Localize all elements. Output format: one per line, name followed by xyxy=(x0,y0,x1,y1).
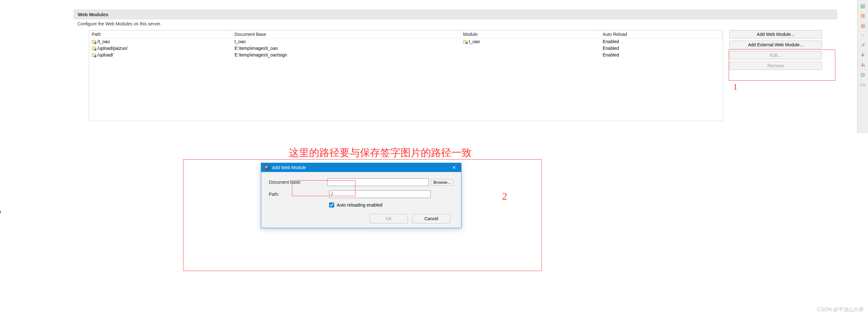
display-icon[interactable]: ▭ xyxy=(859,81,867,88)
document-base-input[interactable] xyxy=(327,178,429,186)
folder-icon xyxy=(92,53,96,57)
table-row[interactable]: /upload/paizuo/E:\temp\images\t_oaoEnabl… xyxy=(89,45,723,52)
ju-icon[interactable]: Jᵤ xyxy=(859,61,867,68)
outline-icon[interactable]: ▤ xyxy=(859,2,867,9)
add-web-module-button[interactable]: Add Web Module... xyxy=(729,30,822,38)
watermark: CSDN @平顶山大师 xyxy=(817,307,864,313)
tree-item[interactable]: va xyxy=(0,200,1,208)
tree-item[interactable]: n.java xyxy=(0,208,1,216)
auto-reloading-label: Auto reloading enabled xyxy=(337,202,382,208)
cell-docbase: E:\temp\images\t_oao xyxy=(235,46,278,51)
col-header-reload[interactable]: Auto Reload xyxy=(600,30,723,38)
section-description: Configure the Web Modules on this server… xyxy=(74,19,837,30)
folder-icon xyxy=(92,46,96,51)
document-base-label: Document base: xyxy=(269,180,327,185)
cell-path: /upload/paizuo/ xyxy=(97,46,128,51)
cell-docbase: t_oao xyxy=(235,39,246,44)
map-icon[interactable]: ⊞ xyxy=(859,12,867,19)
arrow-icon[interactable]: ↗ xyxy=(859,41,867,49)
col-header-module[interactable]: Module xyxy=(461,30,600,38)
table-row[interactable]: /upload/E:\temp\images\t_oao\signEnabled xyxy=(89,52,723,58)
dialog-title: Add Web Module xyxy=(272,165,306,170)
cancel-button[interactable]: Cancel xyxy=(412,214,451,223)
toolbox-icon[interactable]: ⊟ xyxy=(859,71,867,78)
cell-reload: Enabled xyxy=(603,52,619,57)
browse-button[interactable]: Browse... xyxy=(431,179,454,186)
remove-button[interactable]: Remove xyxy=(729,62,822,70)
annotation-number-1: 1 xyxy=(733,82,738,92)
cell-docbase: E:\temp\images\t_oao\sign xyxy=(235,52,287,57)
edit-button[interactable]: Edit... xyxy=(729,51,822,59)
project-tree-fragment: va n.java xyxy=(0,200,1,216)
ok-button[interactable]: OK xyxy=(370,214,408,223)
path-label: Path: xyxy=(269,192,329,197)
annotation-number-2: 2 xyxy=(502,190,507,202)
annotation-note: 这里的路径要与保存签字图片的路径一致 xyxy=(289,146,472,160)
table-row[interactable]: /t_oaot_oaot_oaoEnabled xyxy=(89,38,723,45)
cell-path: /upload/ xyxy=(97,52,113,57)
bug-icon[interactable]: ✳ xyxy=(859,51,867,59)
cell-reload: Enabled xyxy=(603,46,619,51)
col-header-docbase[interactable]: Document Base xyxy=(232,30,461,38)
close-icon[interactable]: ✕ xyxy=(451,165,458,170)
folder-icon xyxy=(92,40,96,44)
table-header: Path Document Base Module Auto Reload xyxy=(89,30,723,38)
col-header-path[interactable]: Path xyxy=(89,30,232,38)
add-web-module-dialog: Add Web Module ✕ Document base: Browse..… xyxy=(261,163,461,228)
cell-module: t_oao xyxy=(469,39,480,44)
right-toolbar: ▤ ⊞ ◎ ⎃ ↗ ✳ Jᵤ ⊟ ▭ xyxy=(857,0,868,133)
cell-path: /t_oao xyxy=(97,39,110,44)
add-external-web-module-button[interactable]: Add External Web Module... xyxy=(729,41,822,49)
dialog-titlebar[interactable]: Add Web Module ✕ xyxy=(261,163,461,172)
tag-icon[interactable]: ⎃ xyxy=(859,31,867,39)
side-buttons: Add Web Module... Add External Web Modul… xyxy=(729,30,822,121)
eclipse-icon xyxy=(265,165,270,170)
auto-reloading-checkbox[interactable] xyxy=(329,202,334,208)
section-title: Web Modules xyxy=(74,9,837,19)
modules-table: Path Document Base Module Auto Reload /t… xyxy=(89,30,723,121)
target-icon[interactable]: ◎ xyxy=(859,22,867,29)
web-modules-panel: Web Modules Configure the Web Modules on… xyxy=(74,9,837,121)
path-input[interactable] xyxy=(329,190,431,198)
cell-reload: Enabled xyxy=(603,39,619,44)
module-icon xyxy=(463,40,467,44)
